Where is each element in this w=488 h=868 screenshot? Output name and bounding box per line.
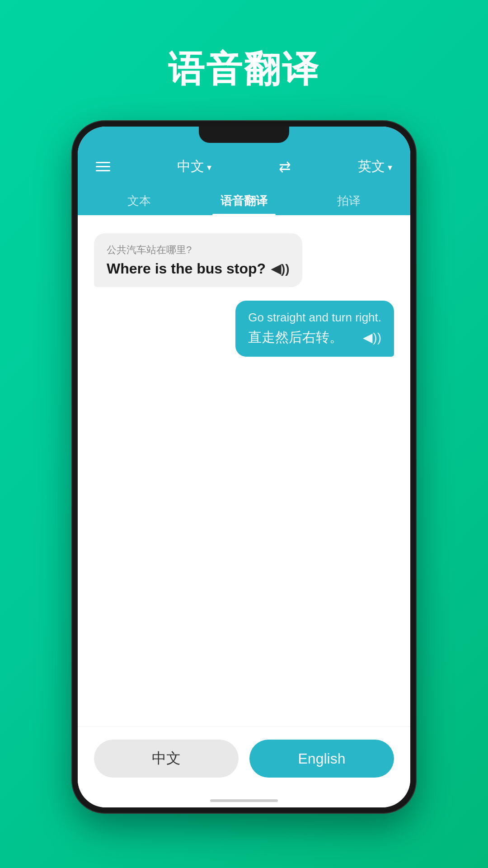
bubble-right-translated: 直走然后右转。 ◀)) — [248, 328, 381, 347]
home-bar — [210, 799, 278, 802]
tab-text[interactable]: 文本 — [87, 184, 192, 215]
tab-photo-translate[interactable]: 拍译 — [296, 184, 401, 215]
target-lang-label: 英文 — [358, 157, 385, 176]
chat-area: 公共汽车站在哪里? Where is the bus stop? ◀)) Go … — [78, 215, 410, 726]
phone-shell: 中文 ▾ ⇄ 英文 ▾ 文本 语音翻译 拍译 公共汽 — [72, 121, 416, 813]
tab-voice-translate[interactable]: 语音翻译 — [192, 184, 296, 215]
bottom-bar: 中文 English — [78, 726, 410, 794]
english-speak-button[interactable]: English — [249, 740, 394, 778]
target-lang-selector[interactable]: 英文 ▾ — [358, 157, 392, 176]
bubble-right-original: Go straight and turn right. — [248, 311, 381, 325]
source-lang-dropdown-icon: ▾ — [207, 162, 211, 173]
message-bubble-left: 公共汽车站在哪里? Where is the bus stop? ◀)) — [94, 233, 302, 287]
bubble-left-translated: Where is the bus stop? ◀)) — [107, 260, 290, 277]
tabs-bar: 文本 语音翻译 拍译 — [78, 184, 410, 215]
bubble-left-original: 公共汽车站在哪里? — [107, 243, 290, 257]
target-lang-dropdown-icon: ▾ — [388, 162, 392, 173]
menu-icon[interactable] — [96, 162, 110, 171]
swap-languages-icon[interactable]: ⇄ — [279, 158, 291, 175]
notch-cutout — [199, 127, 289, 143]
page-title: 语音翻译 — [168, 45, 320, 94]
chinese-speak-button[interactable]: 中文 — [94, 740, 239, 778]
message-bubble-right: Go straight and turn right. 直走然后右转。 ◀)) — [235, 301, 394, 357]
notch-bar — [78, 127, 410, 149]
source-lang-selector[interactable]: 中文 ▾ — [177, 157, 211, 176]
source-lang-label: 中文 — [177, 157, 204, 176]
bubble-right-sound-icon[interactable]: ◀)) — [363, 330, 381, 345]
app-header: 中文 ▾ ⇄ 英文 ▾ — [78, 149, 410, 184]
phone-screen: 中文 ▾ ⇄ 英文 ▾ 文本 语音翻译 拍译 公共汽 — [78, 127, 410, 807]
home-indicator — [78, 794, 410, 807]
bubble-left-sound-icon[interactable]: ◀)) — [271, 261, 290, 276]
